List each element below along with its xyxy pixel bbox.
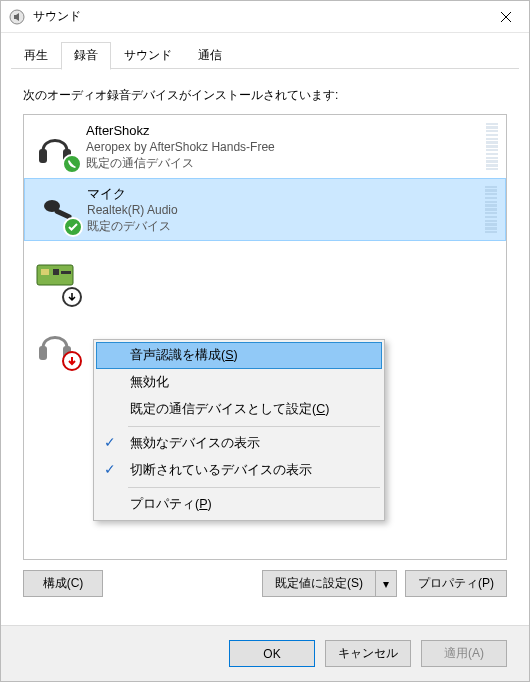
set-default-splitbutton[interactable]: 既定値に設定(S) ▾ xyxy=(262,570,397,597)
cancel-button[interactable]: キャンセル xyxy=(325,640,411,667)
tab-communications[interactable]: 通信 xyxy=(185,42,235,70)
device-desc: Realtek(R) Audio xyxy=(87,202,481,218)
set-default-dropdown[interactable]: ▾ xyxy=(375,570,397,597)
level-meter xyxy=(485,186,497,234)
ctx-properties[interactable]: プロパティ(P) xyxy=(96,491,382,518)
device-status: 既定のデバイス xyxy=(87,218,481,234)
sound-icon xyxy=(9,9,25,25)
ctx-show-disconnected[interactable]: ✓ 切断されているデバイスの表示 xyxy=(96,457,382,484)
check-icon: ✓ xyxy=(104,461,116,477)
device-item-soundcard[interactable] xyxy=(24,241,506,311)
device-item-aftershokz[interactable]: AfterShokz Aeropex by AfterShokz Hands-F… xyxy=(24,115,506,178)
check-icon: ✓ xyxy=(104,434,116,450)
svg-rect-6 xyxy=(41,269,49,275)
device-item-mic[interactable]: マイク Realtek(R) Audio 既定のデバイス xyxy=(24,178,506,241)
device-name: マイク xyxy=(87,185,481,203)
device-status: 既定の通信デバイス xyxy=(86,155,482,171)
ctx-disable[interactable]: 無効化 xyxy=(96,369,382,396)
arrow-down-badge xyxy=(62,287,82,307)
tab-sounds[interactable]: サウンド xyxy=(111,42,185,70)
context-menu: 音声認識を構成(S) 無効化 既定の通信デバイスとして設定(C) ✓ 無効なデバ… xyxy=(93,339,385,521)
tab-recording[interactable]: 録音 xyxy=(61,42,111,70)
headset-icon xyxy=(30,319,80,369)
dialog-footer: OK キャンセル 適用(A) xyxy=(1,625,529,681)
svg-rect-1 xyxy=(39,149,47,163)
tab-playback[interactable]: 再生 xyxy=(11,42,61,70)
svg-rect-8 xyxy=(61,271,71,274)
ctx-show-disabled[interactable]: ✓ 無効なデバイスの表示 xyxy=(96,430,382,457)
titlebar: サウンド xyxy=(1,1,529,33)
configure-button[interactable]: 構成(C) xyxy=(23,570,103,597)
set-default-button[interactable]: 既定値に設定(S) xyxy=(262,570,375,597)
device-desc: Aeropex by AfterShokz Hands-Free xyxy=(86,139,482,155)
properties-button[interactable]: プロパティ(P) xyxy=(405,570,507,597)
soundcard-icon xyxy=(30,251,80,301)
ctx-set-default-comm[interactable]: 既定の通信デバイスとして設定(C) xyxy=(96,396,382,423)
ok-button[interactable]: OK xyxy=(229,640,315,667)
svg-rect-9 xyxy=(39,346,47,360)
apply-button[interactable]: 適用(A) xyxy=(421,640,507,667)
svg-rect-7 xyxy=(53,269,59,275)
tab-bar: 再生 録音 サウンド 通信 xyxy=(1,33,529,69)
check-badge xyxy=(63,217,83,237)
phone-badge xyxy=(62,154,82,174)
instruction-text: 次のオーディオ録音デバイスがインストールされています: xyxy=(23,87,507,104)
headset-icon xyxy=(30,122,80,172)
level-meter xyxy=(486,123,498,171)
window-title: サウンド xyxy=(33,8,483,25)
red-arrow-badge xyxy=(62,351,82,371)
device-name: AfterShokz xyxy=(86,122,482,140)
close-button[interactable] xyxy=(483,1,529,33)
mic-icon xyxy=(31,185,81,235)
ctx-configure-speech[interactable]: 音声認識を構成(S) xyxy=(96,342,382,369)
